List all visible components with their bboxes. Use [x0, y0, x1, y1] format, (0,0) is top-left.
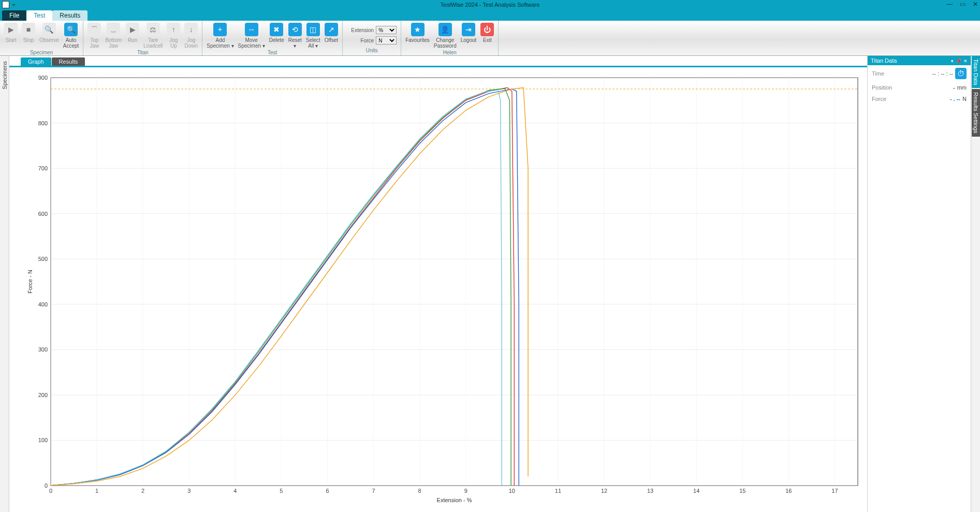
- menu-tabs: File Test Results: [0, 9, 980, 21]
- force-unit: N: [962, 96, 967, 102]
- panel-menu-icon[interactable]: ▾: [951, 58, 954, 64]
- force-value: - . --: [950, 96, 960, 102]
- chart-container: 0100200300400500600700800900012345678910…: [9, 67, 867, 512]
- jog-down-button[interactable]: ↓Jog Down: [182, 22, 200, 50]
- move-icon: ↔: [245, 23, 258, 36]
- move-specimen-button[interactable]: ↔Move Specimen ▾: [236, 22, 267, 50]
- svg-text:12: 12: [601, 488, 607, 494]
- center-tabs: Graph Results: [9, 56, 867, 67]
- position-value: -: [953, 84, 955, 91]
- svg-text:Extension - %: Extension - %: [437, 497, 472, 503]
- menu-file[interactable]: File: [2, 10, 26, 21]
- start-button[interactable]: ▶Start: [2, 22, 20, 50]
- svg-text:4: 4: [233, 488, 237, 494]
- extension-unit-label: Extension: [347, 27, 376, 33]
- menu-test[interactable]: Test: [26, 10, 52, 21]
- panel-close-icon[interactable]: ✕: [963, 58, 968, 64]
- exit-button[interactable]: ⏻Exit: [478, 22, 496, 50]
- svg-text:300: 300: [38, 346, 48, 353]
- specimens-sidebar-label: Specimens: [2, 61, 8, 89]
- svg-text:200: 200: [38, 392, 48, 398]
- right-sidebar: Titan Data Results Settings: [971, 56, 980, 512]
- up-icon: ↑: [167, 23, 180, 36]
- svg-text:5: 5: [280, 488, 283, 494]
- tab-graph[interactable]: Graph: [21, 57, 51, 66]
- select-icon: ◫: [306, 23, 320, 36]
- play-icon: ▶: [4, 23, 18, 36]
- position-unit: mm: [957, 84, 967, 91]
- group-label-units: Units: [347, 48, 397, 53]
- svg-text:100: 100: [38, 437, 48, 443]
- svg-text:700: 700: [38, 165, 48, 171]
- tare-button[interactable]: ⚖Tare Loadcell: [141, 22, 165, 50]
- svg-text:800: 800: [38, 120, 48, 126]
- user-icon: 👤: [438, 23, 452, 36]
- window-maximize-button[interactable]: ▭: [960, 1, 966, 8]
- svg-text:11: 11: [555, 488, 561, 494]
- svg-text:10: 10: [509, 488, 515, 494]
- svg-text:3: 3: [187, 488, 191, 494]
- sidebar-tab-titan-data[interactable]: Titan Data: [972, 56, 980, 88]
- logout-button[interactable]: ⇥Logout: [459, 22, 479, 50]
- time-value: -- : -- : --: [932, 70, 953, 77]
- svg-text:2: 2: [141, 488, 144, 494]
- offset-button[interactable]: ↗Offset: [323, 22, 341, 50]
- delete-icon: ✖: [270, 23, 283, 36]
- svg-text:Force - N: Force - N: [27, 270, 33, 294]
- sidebar-tab-results-settings[interactable]: Results Settings: [972, 89, 980, 136]
- top-jaw-icon: ⎴: [87, 23, 101, 36]
- bottom-jaw-button[interactable]: ⎵Bottom Jaw: [103, 22, 124, 50]
- svg-text:9: 9: [464, 488, 467, 494]
- window-close-button[interactable]: ✕: [973, 1, 978, 8]
- run-button[interactable]: ▶Run: [124, 22, 141, 50]
- change-password-button[interactable]: 👤Change Password: [432, 22, 459, 50]
- position-label: Position: [872, 84, 892, 91]
- extension-unit-select[interactable]: %: [376, 26, 397, 34]
- logout-icon: ⇥: [462, 23, 475, 36]
- force-extension-chart: 0100200300400500600700800900012345678910…: [25, 71, 863, 510]
- observe-button[interactable]: 🔍Observe: [37, 22, 61, 50]
- svg-text:15: 15: [739, 488, 745, 494]
- specimens-sidebar[interactable]: Specimens: [0, 56, 9, 512]
- window-minimize-button[interactable]: —: [946, 1, 953, 8]
- run-icon: ▶: [126, 23, 139, 36]
- menu-results[interactable]: Results: [52, 10, 87, 21]
- svg-text:600: 600: [38, 211, 48, 217]
- top-jaw-button[interactable]: ⎴Top Jaw: [85, 22, 103, 50]
- svg-text:900: 900: [38, 75, 48, 81]
- svg-text:0: 0: [45, 482, 48, 489]
- stop-button[interactable]: ■Stop: [20, 22, 37, 50]
- panel-pin-icon[interactable]: 📌: [956, 58, 961, 64]
- svg-text:16: 16: [785, 488, 792, 494]
- reset-icon: ⟲: [288, 23, 302, 36]
- plus-icon: ＋: [213, 23, 227, 36]
- svg-text:7: 7: [372, 488, 375, 494]
- auto-accept-button[interactable]: 🔍Auto Accept: [61, 22, 81, 50]
- delete-button[interactable]: ✖Delete: [267, 22, 286, 50]
- group-label-titan: Titan: [85, 50, 200, 55]
- title-bar: ⏷ TestWise 2024 - Test Analysis Software…: [0, 0, 980, 9]
- group-label-helen: Helen: [403, 50, 496, 55]
- tab-results[interactable]: Results: [52, 57, 85, 66]
- group-label-test: Test: [204, 50, 340, 55]
- power-icon: ⏻: [480, 23, 494, 36]
- window-title: TestWise 2024 - Test Analysis Software: [0, 2, 980, 8]
- svg-text:6: 6: [326, 488, 329, 494]
- svg-text:14: 14: [693, 488, 699, 494]
- titan-data-panel: Titan Data ▾📌✕ Time -- : -- : --⏱ Positi…: [867, 56, 971, 512]
- stop-icon: ■: [22, 23, 35, 36]
- select-all-button[interactable]: ◫Select All ▾: [304, 22, 323, 50]
- svg-text:400: 400: [38, 301, 48, 308]
- reset-button[interactable]: ⟲Reset ▾: [286, 22, 304, 50]
- jog-up-button[interactable]: ↑Jog Up: [165, 22, 182, 50]
- balance-icon: ⚖: [147, 23, 160, 36]
- svg-text:1: 1: [95, 488, 98, 494]
- time-label: Time: [872, 70, 884, 77]
- svg-text:0: 0: [49, 488, 52, 494]
- clock-icon[interactable]: ⏱: [955, 68, 967, 79]
- force-unit-select[interactable]: N: [376, 36, 397, 45]
- magnifier-check-icon: 🔍: [64, 23, 78, 36]
- add-specimen-button[interactable]: ＋Add Specimen ▾: [204, 22, 236, 50]
- favourites-button[interactable]: ★Favourites: [403, 22, 432, 50]
- group-label-specimen: Specimen: [2, 50, 81, 55]
